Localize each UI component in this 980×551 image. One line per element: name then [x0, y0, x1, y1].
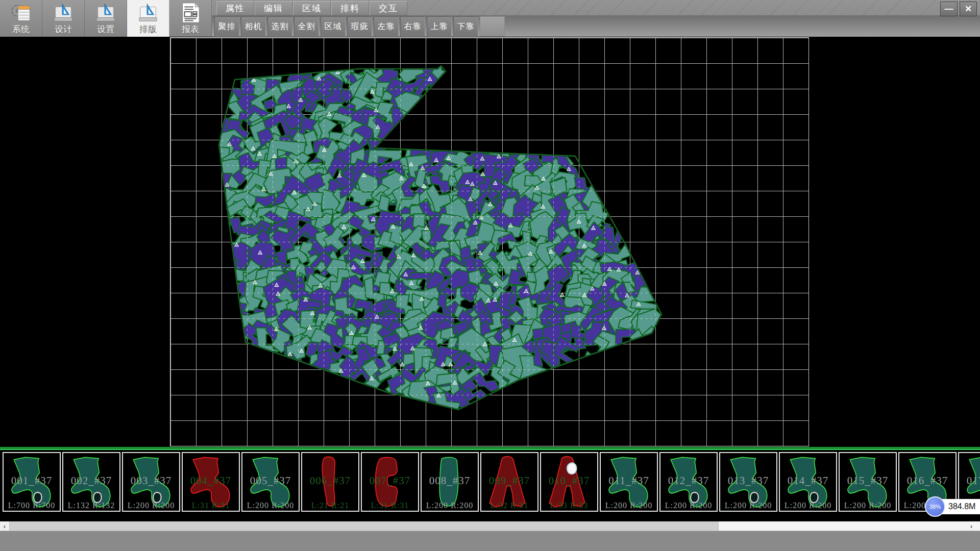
window-footer — [0, 531, 980, 551]
piece-name: 006_#37 — [302, 474, 358, 487]
tool-bar: 聚排相机选割全割区域瑕疵左靠右靠上靠下靠 — [214, 16, 505, 37]
app-tab-label: 系统 — [12, 24, 30, 35]
piece-lr-count: L:31 R:31 — [183, 501, 239, 510]
piece-lr-count: L:200 R:200 — [720, 501, 776, 510]
piece-thumbnail-013_#37[interactable]: 013_#37L:200 R:200 — [719, 452, 777, 512]
app-tab-label: 设置 — [97, 24, 114, 35]
piece-lr-count: L:21 R:21 — [302, 501, 358, 510]
tool-button-8[interactable]: 右靠 — [400, 16, 425, 37]
tool-button-4[interactable]: 全割 — [294, 16, 319, 37]
piece-name: 016_#37 — [899, 474, 955, 487]
piece-name: 004_#37 — [183, 474, 239, 487]
progress-percent-badge: 38% — [925, 496, 945, 517]
app-tab-label: 排版 — [139, 24, 157, 35]
tool-button-10[interactable]: 下靠 — [453, 16, 478, 37]
piece-name: 010_#37 — [541, 474, 597, 487]
piece-thumbnail-015_#37[interactable]: 015_#37L:200 R:200 — [839, 452, 897, 512]
tool-button-2[interactable]: 相机 — [241, 16, 266, 37]
app-tab-label: 报表 — [182, 24, 199, 35]
piece-lr-count: L:700 R:700 — [4, 501, 60, 510]
nesting-canvas[interactable] — [170, 38, 808, 446]
piece-name: 012_#37 — [660, 474, 717, 487]
app-tab-nesting[interactable]: 排版 — [127, 0, 169, 37]
piece-thumbnail-010_#37[interactable]: 010_#37L:33 R:33 — [540, 452, 598, 512]
piece-thumbnail-005_#37[interactable]: 005_#37L:200 R:200 — [241, 452, 300, 512]
piece-lr-count: L:200 R:200 — [780, 501, 836, 510]
piece-lr-count: L:200 R:200 — [660, 501, 717, 510]
main-toolbar: 系统设计设置排版报表 属性编辑区域排料交互 聚排相机选割全割区域瑕疵左靠右靠上靠… — [0, 0, 980, 37]
piece-lr-count: L:200 R:200 — [242, 501, 299, 510]
piece-lr-count: L:200 R:200 — [123, 501, 179, 510]
piece-lr-count: L:132 R:132 — [63, 501, 119, 510]
horizontal-scrollbar[interactable]: ‹ › — [0, 521, 980, 531]
app-tabs: 系统设计设置排版报表 — [0, 0, 212, 37]
menu-item-5[interactable]: 交互 — [370, 1, 407, 15]
scroll-left-icon[interactable]: ‹ — [0, 521, 9, 531]
piece-thumbnail-014_#37[interactable]: 014_#37L:200 R:200 — [779, 452, 837, 512]
piece-name: 001_#37 — [4, 474, 60, 487]
piece-lr-count: L:200 R:200 — [840, 501, 896, 510]
piece-thumbnail-002_#37[interactable]: 002_#37L:132 R:132 — [62, 452, 120, 512]
piece-name: 009_#37 — [481, 474, 537, 487]
piece-thumbnail-003_#37[interactable]: 003_#37L:200 R:200 — [122, 452, 180, 512]
piece-lr-count: L:33 R:33 — [541, 501, 597, 510]
tool-button-7[interactable]: 左靠 — [374, 16, 399, 37]
scroll-right-icon[interactable]: › — [967, 521, 976, 531]
app-tab-label: 设计 — [55, 24, 72, 35]
piece-name: 017_#37 — [959, 474, 980, 487]
piece-lr-count: L:32 R:31 — [481, 501, 537, 510]
piece-name: 015_#37 — [840, 474, 896, 487]
piece-lr-count: L:31 R:31 — [362, 501, 418, 510]
piece-thumbnail-008_#37[interactable]: 008_#37L:200 R:200 — [421, 452, 479, 512]
piece-thumbnail-strip: 001_#37L:700 R:700002_#37L:132 R:132003_… — [0, 450, 980, 514]
app-tab-settings[interactable]: 设置 — [85, 0, 127, 37]
piece-thumbnail-007_#37[interactable]: 007_#37L:31 R:31 — [361, 452, 419, 512]
tool-button-9[interactable]: 上靠 — [427, 16, 452, 37]
app-tab-design[interactable]: 设计 — [42, 0, 85, 37]
system-icon — [9, 1, 33, 24]
scrollbar-thumb[interactable] — [9, 521, 719, 531]
design-icon — [52, 1, 75, 24]
menu-item-1[interactable]: 属性 — [216, 1, 254, 15]
piece-name: 002_#37 — [63, 474, 119, 487]
piece-name: 008_#37 — [422, 474, 478, 487]
application-window: 系统设计设置排版报表 属性编辑区域排料交互 聚排相机选割全割区域瑕疵左靠右靠上靠… — [0, 0, 980, 551]
piece-name: 011_#37 — [601, 474, 657, 487]
minimize-button[interactable]: — — [940, 2, 958, 16]
menu-item-3[interactable]: 区域 — [293, 1, 331, 15]
piece-lr-count: L:200 R:200 — [422, 501, 478, 510]
tool-button-5[interactable]: 区域 — [321, 16, 346, 37]
tool-button-3[interactable]: 选割 — [267, 16, 292, 37]
piece-name: 003_#37 — [123, 474, 179, 487]
piece-thumbnail-001_#37[interactable]: 001_#37L:700 R:700 — [3, 452, 61, 512]
settings-icon — [94, 1, 117, 24]
tool-button-blank — [480, 16, 505, 37]
menu-item-2[interactable]: 编辑 — [255, 1, 292, 15]
app-tab-system[interactable]: 系统 — [0, 0, 42, 37]
piece-name: 014_#37 — [780, 474, 836, 487]
piece-thumbnail-004_#37[interactable]: 004_#37L:31 R:31 — [182, 452, 240, 512]
close-button[interactable]: ✕ — [960, 2, 977, 16]
window-controls: — ✕ — [940, 2, 977, 16]
report-icon — [179, 1, 202, 24]
nesting-icon — [136, 1, 160, 24]
tool-button-6[interactable]: 瑕疵 — [347, 16, 372, 37]
piece-name: 013_#37 — [720, 474, 776, 487]
piece-thumbnail-006_#37[interactable]: 006_#37L:21 R:21 — [301, 452, 359, 512]
piece-thumbnail-012_#37[interactable]: 012_#37L:200 R:200 — [659, 452, 718, 512]
piece-name: 005_#37 — [242, 474, 299, 487]
piece-name: 007_#37 — [362, 474, 418, 487]
workspace — [0, 37, 980, 448]
piece-thumbnail-011_#37[interactable]: 011_#37L:200 R:200 — [600, 452, 658, 512]
piece-lr-count: L:200 R:200 — [601, 501, 657, 510]
tool-button-1[interactable]: 聚排 — [214, 16, 239, 37]
nest-canvas-frame — [170, 37, 809, 446]
menu-bar: 属性编辑区域排料交互 — [216, 1, 407, 15]
menu-item-4[interactable]: 排料 — [331, 1, 369, 15]
piece-thumbnail-009_#37[interactable]: 009_#37L:32 R:31 — [480, 452, 538, 512]
app-tab-report[interactable]: 报表 — [169, 0, 212, 37]
